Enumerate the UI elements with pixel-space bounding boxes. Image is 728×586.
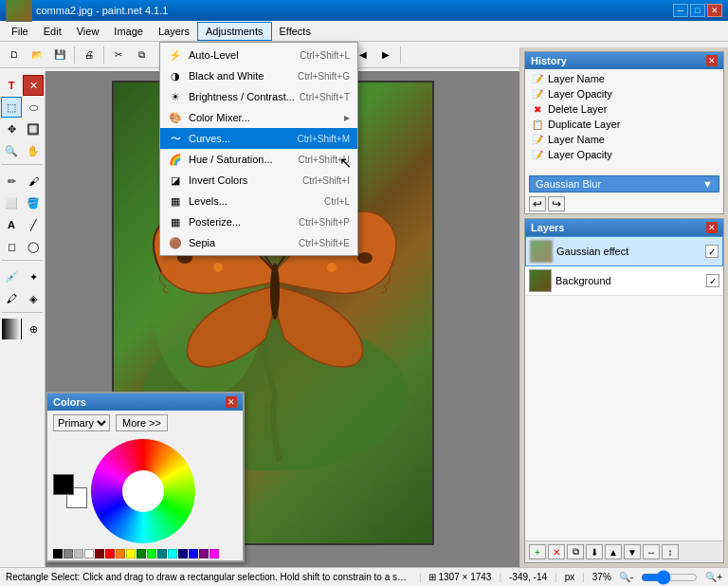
color-wheel[interactable] <box>91 439 195 543</box>
menu-color-mixer[interactable]: 🎨 Color Mixer... <box>160 107 357 128</box>
palette-swatch[interactable] <box>64 549 73 559</box>
tool-gradient[interactable]: G <box>1 319 22 339</box>
tool-brush[interactable]: 🖌 <box>23 171 44 192</box>
more-button[interactable]: More >> <box>116 414 168 431</box>
tool-text-T[interactable]: T <box>1 75 22 96</box>
history-dropdown[interactable]: Gaussian Blur ▼ <box>529 175 719 192</box>
tool-line[interactable]: ╱ <box>23 214 44 235</box>
menu-file[interactable]: File <box>4 22 36 41</box>
tool-fill[interactable]: 🪣 <box>23 192 44 213</box>
print-button[interactable]: 🖨 <box>79 45 100 65</box>
tool-lasso[interactable]: ⬭ <box>23 97 44 118</box>
menu-brightness-contrast[interactable]: ☀ Brightness / Contrast... Ctrl+Shift+T <box>160 86 357 107</box>
palette-swatch[interactable] <box>209 549 219 559</box>
palette-swatch[interactable] <box>168 549 177 559</box>
history-item[interactable]: 📝 Layer Opacity <box>527 147 721 162</box>
palette-swatch[interactable] <box>74 549 83 559</box>
maximize-button[interactable]: □ <box>690 4 705 17</box>
zoom-slider[interactable] <box>641 571 698 584</box>
tool-sep-2 <box>2 260 43 264</box>
history-item[interactable]: 📋 Duplicate Layer <box>527 117 721 132</box>
tool-rectangle-select[interactable]: ⬚ <box>1 97 22 118</box>
tool-pencil[interactable]: ✏ <box>1 171 22 192</box>
flip-h-button[interactable]: ↔ <box>643 544 660 559</box>
palette-swatch[interactable] <box>147 549 156 559</box>
redo-button[interactable]: ↪ <box>548 196 565 211</box>
menu-view[interactable]: View <box>69 22 107 41</box>
delete-layer-button[interactable]: ✕ <box>548 544 565 559</box>
foreground-color-swatch[interactable] <box>53 474 74 495</box>
palette-swatch[interactable] <box>199 549 209 559</box>
layer-item-background[interactable]: Background ✓ <box>525 266 723 296</box>
history-close-button[interactable]: ✕ <box>706 55 718 66</box>
menu-curves[interactable]: 〜 Curves... Ctrl+Shift+M <box>160 128 357 149</box>
menu-posterize[interactable]: ▦ Posterize... Ctrl+Shift+P <box>160 211 357 232</box>
menu-sepia[interactable]: 🟤 Sepia Ctrl+Shift+E <box>160 232 357 253</box>
history-item[interactable]: ✖ Delete Layer <box>527 101 721 117</box>
menu-edit[interactable]: Edit <box>36 22 69 41</box>
palette-swatch[interactable] <box>116 549 125 559</box>
layers-close-button[interactable]: ✕ <box>706 222 718 233</box>
layer-check-background[interactable]: ✓ <box>706 274 719 287</box>
minimize-button[interactable]: ─ <box>673 4 688 17</box>
palette-swatch[interactable] <box>95 549 104 559</box>
zoom-icon-minus[interactable]: 🔍- <box>619 572 633 582</box>
duplicate-layer-button[interactable]: ⧉ <box>567 544 584 559</box>
tool-clone[interactable]: ✦ <box>23 266 44 287</box>
tool-move[interactable]: ✥ <box>1 119 22 139</box>
open-button[interactable]: 📂 <box>27 45 47 65</box>
history-item[interactable]: 📝 Layer Name <box>527 71 721 86</box>
palette-swatch[interactable] <box>105 549 115 559</box>
flip-v-button[interactable]: ↕ <box>662 544 679 559</box>
menu-adjustments[interactable]: Adjustments <box>197 22 272 41</box>
zoom-icon-plus[interactable]: 🔍+ <box>705 572 722 582</box>
menu-auto-level[interactable]: ⚡ Auto-Level Ctrl+Shift+L <box>160 45 357 65</box>
menu-effects[interactable]: Effects <box>272 22 318 41</box>
color-mode-select[interactable]: Primary <box>53 414 110 431</box>
palette-swatch[interactable] <box>53 549 63 559</box>
undo-button[interactable]: ↩ <box>529 196 546 211</box>
tool-pan2[interactable]: ⊕ <box>23 319 44 339</box>
size-increase[interactable]: ▶ <box>375 45 396 65</box>
layer-item-gaussian[interactable]: Gaussian effect ✓ <box>525 236 723 266</box>
palette-swatch[interactable] <box>189 549 198 559</box>
tool-recolor[interactable]: 🖍 <box>1 288 22 309</box>
tool-eraser[interactable]: ⬜ <box>1 192 22 213</box>
tool-zoom-select[interactable]: 🔲 <box>23 119 44 139</box>
palette-swatch[interactable] <box>126 549 136 559</box>
save-button[interactable]: 💾 <box>49 45 70 65</box>
menu-image[interactable]: Image <box>106 22 151 41</box>
close-button[interactable]: ✕ <box>707 4 722 17</box>
copy-button[interactable]: ⧉ <box>131 45 152 65</box>
color-wheel-ring[interactable] <box>91 439 195 543</box>
levels-icon: ▦ <box>168 193 183 209</box>
menu-black-white[interactable]: ◑ Black and White Ctrl+Shift+G <box>160 65 357 86</box>
tool-colorpicker[interactable]: 💉 <box>1 266 22 287</box>
move-up-button[interactable]: ▲ <box>605 544 622 559</box>
palette-swatch[interactable] <box>136 549 146 559</box>
menu-invert-colors[interactable]: ◪ Invert Colors Ctrl+Shift+I <box>160 170 357 191</box>
tool-zoom[interactable]: 🔍 <box>1 140 22 161</box>
new-button[interactable]: 🗋 <box>4 45 25 65</box>
history-item[interactable]: 📝 Layer Opacity <box>527 86 721 101</box>
tool-shape[interactable]: ◻ <box>1 236 22 257</box>
tool-close[interactable]: ✕ <box>23 75 44 96</box>
add-layer-button[interactable]: + <box>529 544 546 559</box>
layer-check-gaussian[interactable]: ✓ <box>705 245 719 258</box>
menu-hue-saturation[interactable]: 🌈 Hue / Saturation... Ctrl+Shift+U <box>160 149 357 170</box>
palette-swatch[interactable] <box>178 549 188 559</box>
history-item[interactable]: 📝 Layer Name <box>527 132 721 147</box>
tool-hand[interactable]: ✋ <box>23 140 44 161</box>
colors-close-button[interactable]: ✕ <box>226 396 237 408</box>
palette-swatch[interactable] <box>157 549 167 559</box>
menu-levels[interactable]: ▦ Levels... Ctrl+L <box>160 191 357 211</box>
tool-text[interactable]: A <box>1 214 22 235</box>
tool-blur-sharp[interactable]: ◈ <box>23 288 44 309</box>
cut-button[interactable]: ✂ <box>108 45 129 65</box>
tool-ellipse[interactable]: ◯ <box>23 236 44 257</box>
invert-shortcut: Ctrl+Shift+I <box>302 175 350 186</box>
move-down-button[interactable]: ▼ <box>624 544 641 559</box>
palette-swatch[interactable] <box>84 549 94 559</box>
menu-layers[interactable]: Layers <box>151 22 197 41</box>
merge-layer-button[interactable]: ⬇ <box>586 544 603 559</box>
